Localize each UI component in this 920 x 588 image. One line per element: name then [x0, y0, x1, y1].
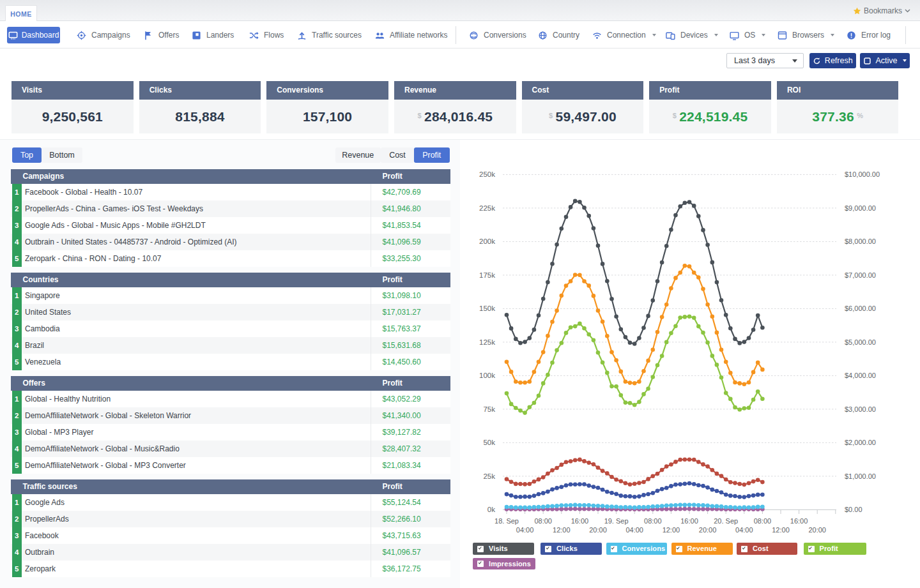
svg-text:04:00: 04:00 [516, 526, 534, 534]
svg-text:$8,000.00: $8,000.00 [845, 237, 876, 245]
svg-text:04:00: 04:00 [625, 526, 643, 534]
svg-text:100k: 100k [479, 372, 495, 379]
svg-text:$7,000.00: $7,000.00 [845, 271, 876, 279]
svg-text:08:00: 08:00 [644, 517, 662, 525]
svg-text:75k: 75k [483, 405, 495, 413]
svg-text:12:00: 12:00 [772, 526, 790, 534]
svg-text:16:00: 16:00 [571, 517, 589, 525]
svg-text:08:00: 08:00 [754, 517, 772, 525]
svg-text:0k: 0k [487, 506, 495, 513]
svg-text:12:00: 12:00 [663, 526, 680, 534]
svg-text:04:00: 04:00 [735, 526, 753, 534]
svg-text:125k: 125k [479, 338, 495, 346]
svg-text:$10,000.00: $10,000.00 [845, 170, 880, 178]
svg-text:225k: 225k [479, 204, 495, 212]
svg-text:08:00: 08:00 [534, 517, 552, 525]
svg-text:12:00: 12:00 [553, 526, 571, 534]
svg-text:20. Sep: 20. Sep [714, 517, 738, 525]
svg-text:$9,000.00: $9,000.00 [845, 204, 876, 212]
svg-text:250k: 250k [479, 170, 495, 178]
svg-text:$4,000.00: $4,000.00 [845, 372, 876, 379]
svg-text:150k: 150k [479, 305, 495, 312]
svg-text:200k: 200k [479, 237, 495, 245]
svg-text:20:00: 20:00 [808, 526, 826, 534]
svg-text:16:00: 16:00 [680, 517, 698, 525]
svg-text:$0.00: $0.00 [845, 506, 862, 513]
svg-text:19. Sep: 19. Sep [604, 517, 629, 525]
svg-text:$5,000.00: $5,000.00 [845, 338, 876, 346]
svg-text:18. Sep: 18. Sep [494, 517, 519, 525]
svg-text:50k: 50k [483, 439, 495, 446]
svg-text:$1,000.00: $1,000.00 [845, 472, 876, 480]
svg-text:20:00: 20:00 [589, 526, 607, 534]
svg-text:$6,000.00: $6,000.00 [845, 305, 876, 312]
svg-text:25k: 25k [483, 472, 495, 480]
svg-text:175k: 175k [479, 271, 495, 279]
svg-text:16:00: 16:00 [790, 517, 808, 525]
svg-text:20:00: 20:00 [699, 526, 717, 534]
svg-text:$2,000.00: $2,000.00 [845, 439, 876, 446]
svg-text:$3,000.00: $3,000.00 [845, 405, 876, 413]
